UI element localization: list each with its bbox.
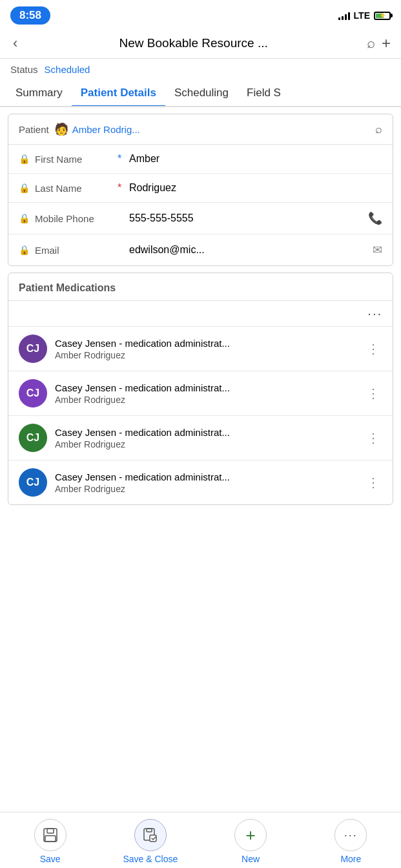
save-close-button[interactable]: Save & Close (100, 819, 200, 864)
new-button[interactable]: + New (201, 819, 301, 864)
field-mobile-phone: 🔒 Mobile Phone 555-555-5555 📞 (8, 203, 393, 234)
med-info: Casey Jensen - medication administrat...… (55, 338, 356, 360)
save-button[interactable]: Save (0, 819, 100, 864)
phone-icon[interactable]: 📞 (368, 211, 382, 225)
add-button[interactable]: + (382, 34, 391, 52)
status-label: Status (10, 64, 38, 75)
tab-field-s[interactable]: Field S (238, 80, 290, 106)
avatar: CJ (19, 424, 47, 452)
main-content: Patient 🧑 Amber Rodrig... ⌕ 🔒 First Name… (0, 107, 401, 583)
patient-link[interactable]: 🧑 Amber Rodrig... (54, 122, 370, 136)
med-item-menu-1[interactable]: ⋮ (364, 338, 382, 359)
tab-patient-details[interactable]: Patient Details (72, 80, 165, 106)
save-close-label: Save & Close (123, 854, 178, 864)
bottom-nav: Save Save & Close + New ··· More (0, 812, 401, 868)
list-item: CJ Casey Jensen - medication administrat… (8, 416, 393, 460)
avatar: CJ (19, 335, 47, 363)
lock-icon-mobile: 🔒 (19, 213, 30, 223)
medications-title: Patient Medications (8, 273, 393, 301)
save-icon (34, 819, 67, 851)
avatar: CJ (19, 468, 47, 497)
new-icon: + (234, 819, 267, 851)
patient-search-icon[interactable]: ⌕ (375, 123, 382, 136)
page-title: New Bookable Resource ... (26, 36, 360, 50)
first-name-label: First Name (35, 154, 112, 165)
patient-name: Amber Rodrig... (72, 124, 140, 135)
med-patient: Amber Rodriguez (55, 395, 356, 405)
med-toolbar: ··· (8, 301, 393, 327)
email-value[interactable]: edwilson@mic... (129, 244, 367, 256)
med-patient: Amber Rodriguez (55, 439, 356, 450)
list-item: CJ Casey Jensen - medication administrat… (8, 327, 393, 371)
lock-icon-last-name: 🔒 (19, 183, 30, 193)
svg-rect-1 (47, 829, 54, 833)
med-name: Casey Jensen - medication administrat... (55, 338, 356, 349)
lock-icon-first-name: 🔒 (19, 154, 30, 164)
search-button[interactable]: ⌕ (367, 35, 375, 52)
field-email: 🔒 Email edwilson@mic... ✉ (8, 234, 393, 265)
new-label: New (242, 854, 260, 864)
top-nav: ‹ New Bookable Resource ... ⌕ + (0, 28, 401, 59)
status-icons: LTE ⚡ (338, 10, 391, 21)
back-button[interactable]: ‹ (10, 32, 20, 54)
tab-summary[interactable]: Summary (6, 80, 72, 106)
last-name-label: Last Name (35, 183, 112, 194)
field-first-name: 🔒 First Name * Amber (8, 145, 393, 174)
patient-header: Patient 🧑 Amber Rodrig... ⌕ (8, 114, 393, 145)
avatar: CJ (19, 379, 47, 408)
status-bar: 8:58 LTE ⚡ (0, 0, 401, 28)
last-name-value[interactable]: Rodriguez (129, 182, 382, 194)
required-indicator-last-name: * (118, 182, 124, 194)
patient-person-icon: 🧑 (54, 122, 68, 136)
email-icon[interactable]: ✉ (373, 243, 382, 257)
med-toolbar-menu[interactable]: ··· (367, 306, 382, 321)
patient-label: Patient (19, 124, 49, 135)
save-label: Save (40, 854, 61, 864)
patient-card: Patient 🧑 Amber Rodrig... ⌕ 🔒 First Name… (8, 114, 393, 266)
list-item: CJ Casey Jensen - medication administrat… (8, 371, 393, 416)
med-patient: Amber Rodriguez (55, 350, 356, 360)
field-last-name: 🔒 Last Name * Rodriguez (8, 174, 393, 203)
med-info: Casey Jensen - medication administrat...… (55, 427, 356, 450)
status-value: Scheduled (45, 64, 90, 75)
med-item-menu-2[interactable]: ⋮ (364, 383, 382, 404)
tab-bar: Summary Patient Details Scheduling Field… (0, 80, 401, 107)
more-button[interactable]: ··· More (301, 819, 401, 864)
mobile-phone-label: Mobile Phone (35, 213, 112, 224)
save-close-icon (134, 819, 167, 851)
svg-rect-0 (44, 829, 57, 842)
status-time: 8:58 (10, 6, 50, 25)
mobile-phone-value[interactable]: 555-555-5555 (129, 212, 363, 224)
first-name-value[interactable]: Amber (129, 153, 382, 165)
svg-rect-4 (147, 829, 152, 832)
medications-card: Patient Medications ··· CJ Casey Jensen … (8, 273, 393, 505)
med-patient: Amber Rodriguez (55, 484, 356, 494)
signal-icon (338, 11, 350, 20)
email-label: Email (35, 245, 112, 256)
med-info: Casey Jensen - medication administrat...… (55, 382, 356, 405)
list-item: CJ Casey Jensen - medication administrat… (8, 460, 393, 504)
svg-rect-2 (45, 836, 56, 842)
med-name: Casey Jensen - medication administrat... (55, 382, 356, 393)
battery-icon: ⚡ (374, 12, 391, 20)
med-info: Casey Jensen - medication administrat...… (55, 471, 356, 494)
lte-label: LTE (354, 10, 370, 21)
required-indicator-first-name: * (118, 153, 124, 165)
med-item-menu-3[interactable]: ⋮ (364, 428, 382, 448)
lock-icon-email: 🔒 (19, 245, 30, 255)
med-name: Casey Jensen - medication administrat... (55, 471, 356, 482)
med-name: Casey Jensen - medication administrat... (55, 427, 356, 438)
status-row: Status Scheduled (0, 59, 401, 80)
more-icon: ··· (334, 819, 367, 851)
more-label: More (340, 854, 361, 864)
med-item-menu-4[interactable]: ⋮ (364, 472, 382, 493)
svg-rect-5 (150, 835, 156, 842)
tab-scheduling[interactable]: Scheduling (165, 80, 238, 106)
